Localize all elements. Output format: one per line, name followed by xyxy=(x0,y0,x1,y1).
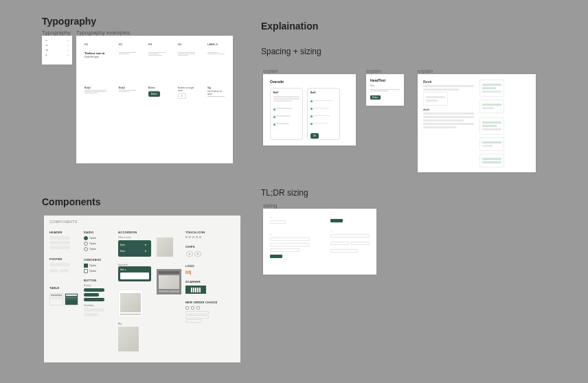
section-title-explanation: Explaination xyxy=(261,21,318,32)
phone-mock-2: Bok2 OK xyxy=(307,88,340,140)
frame-label: explain xyxy=(418,69,433,73)
example-button: Button xyxy=(148,91,160,97)
frame-label-sizing: sizing xyxy=(263,202,277,209)
mock-title: Översikt xyxy=(270,80,349,84)
frame-explain-overview[interactable]: explain Översikt Bok1 Bok2 OK xyxy=(263,74,356,146)
frame-components[interactable]: COMPONENTS HEADER FOOTER TABLE RADIO Opt… xyxy=(44,216,240,362)
frame-typography-scale[interactable]: xs— sm— md— lg— xyxy=(42,36,72,65)
frame-tldr-sizing[interactable]: — — — — xyxy=(263,209,376,275)
mock-submit-button xyxy=(270,255,282,258)
mock-button: OK xyxy=(310,133,319,139)
subsection-tldr-sizing: TL;DR sizing xyxy=(261,188,308,198)
frame-label: explain xyxy=(366,69,381,73)
frame-typography-examples[interactable]: H1 H2 H3 H4 LABELS Titeltext som ärUnder… xyxy=(76,36,233,163)
typo-example-header-row: H1 H2 H3 H4 LABELS xyxy=(84,43,225,46)
frame-label-typo-small: Typography xyxy=(42,30,71,36)
phone-mock-1: Bok1 xyxy=(270,88,303,140)
scanner-graphic xyxy=(185,286,206,294)
section-title-components: Components xyxy=(42,196,101,207)
mock-button: Button xyxy=(370,95,381,100)
touch-icon-row xyxy=(185,236,218,238)
mock-title: HeadText xyxy=(370,78,400,82)
components-panel-title: COMPONENTS xyxy=(49,220,235,224)
section-title-typography: Typography xyxy=(42,16,240,27)
order-choice-icons xyxy=(185,306,218,310)
logo-btj: btj xyxy=(185,270,218,275)
frame-explain-headtext[interactable]: explain HeadText Text Button xyxy=(366,74,404,106)
frame-label: explain xyxy=(263,69,278,73)
subsection-spacing-sizing: Spacing + sizing xyxy=(261,47,321,56)
frame-label-typo-examples: Typography examples xyxy=(76,30,130,36)
frame-explain-book[interactable]: explain Book details xyxy=(418,74,536,172)
